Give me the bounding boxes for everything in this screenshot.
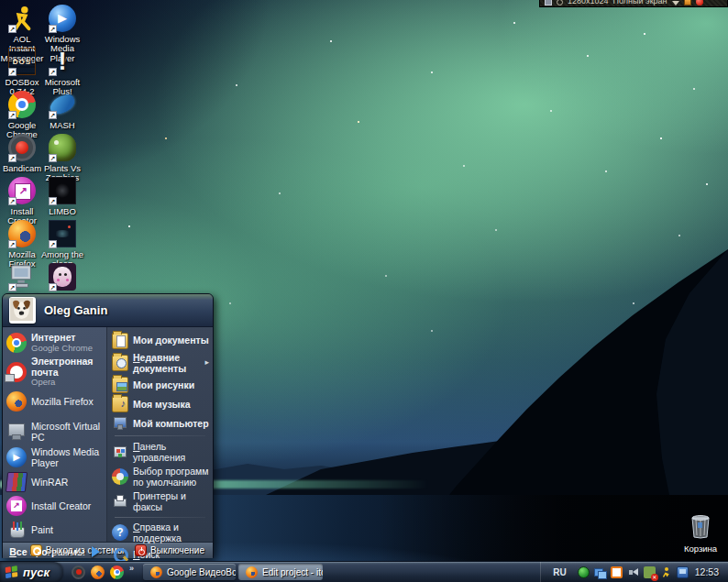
log-off-key-icon <box>30 544 42 556</box>
start-menu: Oleg Ganin ИнтернетGoogle Chrome Электро… <box>2 293 214 558</box>
shortcut-arrow-icon <box>8 68 17 76</box>
menu-item-control-panel[interactable]: Панель управления <box>107 439 213 464</box>
computer-icon <box>112 415 128 432</box>
shortcut-arrow-icon <box>8 154 17 162</box>
shortcut-arrow-icon <box>8 283 17 291</box>
desktop-icon-limbo[interactable]: LIMBO <box>40 176 84 216</box>
firefox-icon <box>6 391 27 412</box>
start-menu-pinned-column: ИнтернетGoogle Chrome Электронная почтаO… <box>3 327 107 542</box>
start-menu-footer: Выход из системы Выключение <box>3 542 213 558</box>
task-buttons: Google ВидеоВстреч... Edit project - itc… <box>139 562 323 582</box>
shortcut-arrow-icon <box>49 68 57 76</box>
desktop-icon-bandicam[interactable]: Bandicam <box>0 133 44 173</box>
system-tray: RU 12:53 <box>540 562 728 582</box>
menu-item-my-music[interactable]: Моя музыка <box>107 394 213 413</box>
stars <box>0 0 2 2</box>
desktop-icon-mash[interactable]: MASH <box>40 90 84 130</box>
shortcut-arrow-icon <box>49 154 57 162</box>
user-name: Oleg Ganin <box>44 303 107 317</box>
menu-item-my-computer[interactable]: Мой компьютер <box>107 413 213 433</box>
bandicam-icon[interactable] <box>72 566 85 579</box>
all-programs-arrow-icon <box>92 546 100 557</box>
help-icon <box>112 524 128 541</box>
volume-icon[interactable] <box>627 566 639 578</box>
menu-item-paint[interactable]: Paint <box>3 518 106 542</box>
display-icon[interactable] <box>677 566 689 578</box>
error-badge-icon[interactable] <box>644 566 656 578</box>
vm-toolbar[interactable]: 1280x1024 Полный экран <box>539 0 728 7</box>
documents-folder-icon <box>112 333 128 349</box>
opera-icon <box>6 362 27 382</box>
shortcut-arrow-icon <box>49 283 57 291</box>
shutdown-button[interactable]: Выключение <box>135 544 204 556</box>
menu-item-winrar[interactable]: WinRAR <box>3 470 106 494</box>
power-icon <box>135 544 147 556</box>
windows-logo-icon <box>6 565 19 578</box>
shortcut-arrow-icon <box>49 111 57 119</box>
media-player-icon <box>6 447 27 467</box>
start-button[interactable]: пуск <box>0 562 62 582</box>
magnifier-icon[interactable] <box>557 0 563 5</box>
recycle-bin-icon <box>689 513 712 539</box>
separator <box>115 435 205 436</box>
menu-item-default-programs[interactable]: Выбор программ по умолчанию <box>107 464 213 489</box>
menu-item-my-documents[interactable]: Мои документы <box>107 331 213 350</box>
menu-item-firefox[interactable]: Mozilla Firefox <box>3 390 106 413</box>
resolution-label: 1280x1024 <box>568 0 609 5</box>
chrome-icon[interactable] <box>110 566 124 579</box>
shortcut-arrow-icon <box>8 25 17 33</box>
language-indicator[interactable]: RU <box>546 567 572 577</box>
record-close-icon[interactable] <box>696 0 703 5</box>
network-icon[interactable] <box>594 566 606 578</box>
recycle-bin[interactable]: Корзина <box>678 513 722 554</box>
log-off-button[interactable]: Выход из системы <box>30 544 124 556</box>
shortcut-arrow-icon <box>8 197 17 205</box>
music-folder-icon <box>112 396 128 412</box>
clock[interactable]: 12:53 <box>693 566 722 577</box>
firefox-icon <box>150 566 162 578</box>
menu-item-internet[interactable]: ИнтернетGoogle Chrome <box>3 331 106 355</box>
user-avatar[interactable] <box>9 297 36 324</box>
menu-item-help[interactable]: Справка и поддержка <box>107 521 213 545</box>
aol-tray-icon[interactable] <box>660 566 672 578</box>
install-creator-icon <box>6 496 27 516</box>
quick-launch: » <box>62 562 139 582</box>
window-mode-icon[interactable] <box>545 0 552 5</box>
virtual-pc-icon <box>6 422 27 442</box>
shortcut-arrow-icon <box>49 197 57 205</box>
separator <box>115 517 205 518</box>
taskbar: пуск » Google ВидеоВстреч... Edit projec… <box>0 561 728 582</box>
chrome-icon <box>6 333 27 353</box>
menu-item-email[interactable]: Электронная почтаOpera <box>3 355 106 390</box>
task-button-google-meet[interactable]: Google ВидеоВстреч... <box>143 564 236 580</box>
pictures-folder-icon <box>112 377 128 393</box>
firefox-icon[interactable] <box>91 566 105 579</box>
task-button-itch-io[interactable]: Edit project - itch.io - ... <box>238 564 323 580</box>
control-panel-icon <box>112 444 128 460</box>
shortcut-arrow-icon <box>49 25 57 33</box>
start-menu-header: Oleg Ganin <box>3 294 213 327</box>
printer-icon <box>112 493 128 510</box>
menu-item-my-pictures[interactable]: Мои рисунки <box>107 375 213 394</box>
menu-item-virtual-pc[interactable]: Microsoft Virtual PC <box>3 419 106 445</box>
status-green-icon[interactable] <box>578 566 590 578</box>
dropdown-caret-icon[interactable] <box>672 1 679 5</box>
quick-launch-overflow-chevron[interactable]: » <box>129 564 134 573</box>
winrar-icon <box>6 472 28 492</box>
default-programs-icon <box>112 468 128 485</box>
shortcut-arrow-icon <box>49 240 57 248</box>
recent-documents-icon <box>112 355 128 371</box>
start-menu-places-column: Мои документы Недавние документы ▸ Мои р… <box>107 327 213 542</box>
media-device-icon[interactable] <box>611 566 623 578</box>
menu-item-recent-documents[interactable]: Недавние документы ▸ <box>107 350 213 375</box>
menu-item-install-creator[interactable]: Install Creator <box>3 494 106 518</box>
paint-icon <box>6 520 27 540</box>
fullscreen-label[interactable]: Полный экран <box>613 0 667 5</box>
desktop-screen: 1280x1024 Полный экран AOL Instant Messe… <box>0 0 728 582</box>
minimize-capture-icon[interactable] <box>684 0 691 5</box>
menu-item-printers[interactable]: Принтеры и факсы <box>107 489 213 513</box>
shortcut-arrow-icon <box>8 111 17 119</box>
shortcut-arrow-icon <box>8 240 17 248</box>
menu-item-wmp[interactable]: Windows Media Player <box>3 445 106 470</box>
submenu-arrow-icon: ▸ <box>204 357 209 367</box>
